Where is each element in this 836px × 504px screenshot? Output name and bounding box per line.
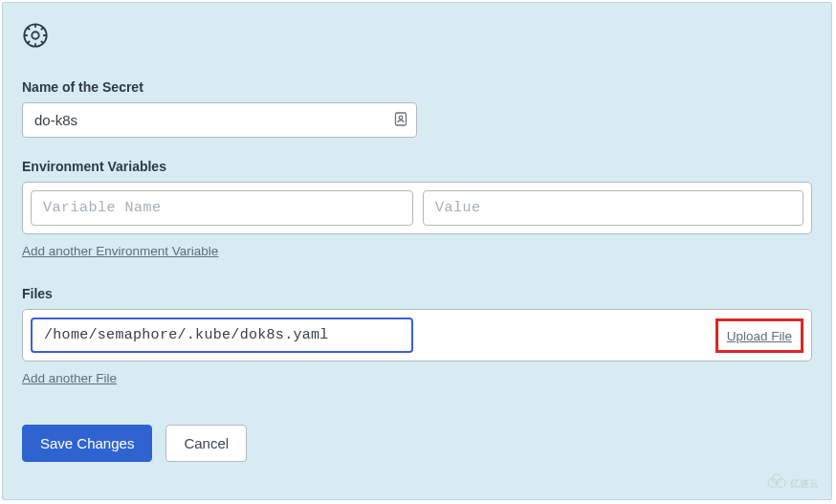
upload-highlight-box: Upload File [715, 318, 803, 353]
contact-card-icon [394, 111, 407, 130]
files-section: Files Upload File Add another File [22, 286, 812, 386]
add-file-link[interactable]: Add another File [22, 371, 117, 385]
file-row: Upload File [22, 309, 812, 362]
add-env-var-link[interactable]: Add another Environment Variable [22, 244, 218, 258]
secret-form-panel: Name of the Secret Environment Variables… [2, 2, 832, 500]
env-var-row [22, 182, 812, 234]
env-var-value-input[interactable] [423, 190, 803, 226]
upload-file-link[interactable]: Upload File [727, 329, 792, 343]
name-input-wrap [22, 102, 417, 138]
svg-point-3 [399, 116, 403, 120]
svg-text:亿速云: 亿速云 [789, 478, 819, 489]
env-var-name-input[interactable] [31, 190, 413, 226]
cancel-button[interactable]: Cancel [165, 425, 247, 462]
svg-point-1 [32, 32, 38, 38]
files-label: Files [22, 286, 812, 301]
button-row: Save Changes Cancel [22, 425, 812, 462]
name-section: Name of the Secret [22, 79, 812, 138]
name-label: Name of the Secret [22, 79, 812, 95]
env-vars-section: Environment Variables Add another Enviro… [22, 159, 812, 259]
env-vars-label: Environment Variables [22, 159, 812, 174]
watermark-logo: 亿速云 [765, 471, 830, 498]
secret-name-input[interactable] [22, 102, 417, 138]
save-button[interactable]: Save Changes [22, 425, 152, 462]
file-path-input[interactable] [31, 318, 413, 353]
settings-icon [22, 22, 812, 53]
